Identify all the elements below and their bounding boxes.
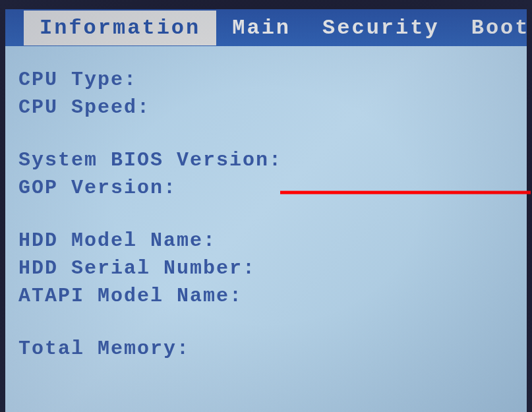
info-row-atapi-model: ATAPI Model Name:: [18, 282, 514, 310]
tab-label: Information: [40, 16, 200, 40]
info-label: HDD Model Name:: [18, 227, 216, 254]
info-label: GOP Version:: [18, 174, 177, 202]
info-row-hdd-model: HDD Model Name:: [18, 227, 514, 254]
info-group-memory: Total Memory:: [18, 335, 514, 363]
info-group-storage: HDD Model Name: HDD Serial Number: ATAPI…: [18, 227, 514, 310]
tab-label: Main: [232, 16, 291, 40]
bios-menu-bar: Information Main Security Boot: [5, 9, 527, 46]
tab-security[interactable]: Security: [307, 11, 456, 45]
info-label: HDD Serial Number:: [18, 254, 256, 282]
info-row-cpu-type: CPU Type:: [18, 66, 514, 94]
info-label: ATAPI Model Name:: [18, 282, 243, 310]
info-row-total-memory: Total Memory:: [18, 335, 514, 363]
bios-info-panel: CPU Type: CPU Speed: System BIOS Version…: [5, 46, 527, 401]
info-row-gop-version: GOP Version:: [18, 174, 514, 202]
info-row-bios-version: System BIOS Version:: [18, 146, 514, 174]
info-group-cpu: CPU Type: CPU Speed:: [18, 66, 514, 121]
info-label: CPU Speed:: [18, 94, 150, 121]
info-row-hdd-serial: HDD Serial Number:: [18, 254, 514, 282]
info-group-bios: System BIOS Version: GOP Version:: [18, 146, 514, 202]
info-row-cpu-speed: CPU Speed:: [18, 94, 514, 121]
tab-boot[interactable]: Boot: [456, 11, 532, 45]
info-label: CPU Type:: [18, 66, 137, 94]
info-label: Total Memory:: [18, 335, 190, 363]
tab-information[interactable]: Information: [24, 11, 216, 45]
tab-label: Boot: [471, 16, 530, 40]
tab-label: Security: [322, 16, 440, 40]
info-label: System BIOS Version:: [18, 146, 282, 174]
tab-main[interactable]: Main: [216, 11, 307, 45]
